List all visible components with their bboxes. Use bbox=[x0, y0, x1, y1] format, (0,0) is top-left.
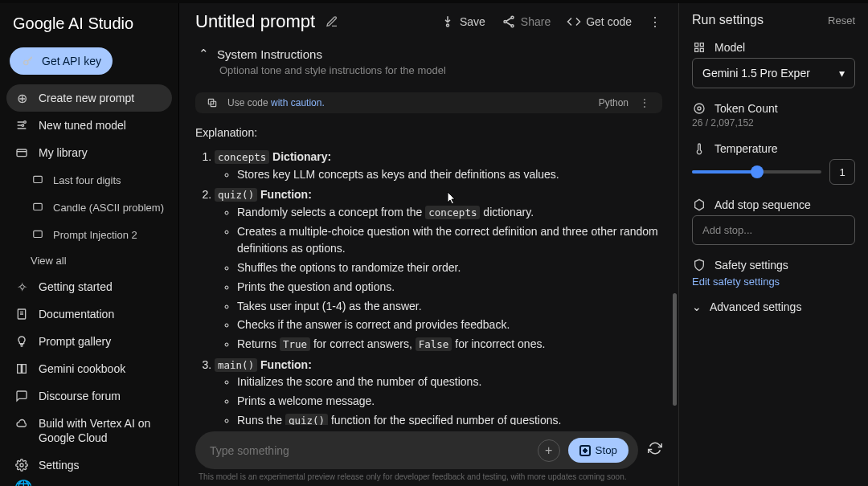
get-code-button[interactable]: Get code bbox=[567, 14, 632, 29]
thermometer-icon bbox=[692, 141, 706, 156]
edit-safety-link[interactable]: Edit safety settings bbox=[692, 276, 855, 288]
shield-icon bbox=[692, 258, 706, 272]
response-content: concepts Dictionary:Stores key LLM conce… bbox=[195, 149, 662, 425]
prompt-title: Untitled prompt bbox=[195, 11, 315, 32]
svg-rect-4 bbox=[34, 176, 43, 182]
token-count-label: Token Count bbox=[714, 102, 778, 115]
get-api-key-button[interactable]: Get API key bbox=[10, 47, 113, 75]
recent-prompt-0[interactable]: Last four digits bbox=[6, 166, 172, 194]
book-icon bbox=[14, 361, 29, 376]
sidebar: Google AI Studio Get API key ⊕ Create ne… bbox=[0, 3, 178, 486]
main-panel: Untitled prompt Save Share bbox=[178, 3, 678, 486]
disclaimer: This model is an experimental preview re… bbox=[179, 472, 678, 486]
recent-prompt-2[interactable]: Prompt Injection 2 bbox=[6, 221, 172, 248]
forum-icon bbox=[14, 389, 29, 403]
chevron-down-icon: ▾ bbox=[839, 67, 845, 80]
link-getting-started[interactable]: ✧ Getting started bbox=[6, 273, 172, 300]
chevron-up-icon: ⌃ bbox=[199, 47, 209, 61]
link-vertex-ai[interactable]: Build with Vertex AI on Google Cloud bbox=[6, 410, 172, 451]
bulb-icon bbox=[14, 334, 29, 349]
svg-rect-18 bbox=[700, 48, 703, 51]
settings-link[interactable]: Settings bbox=[6, 451, 172, 479]
svg-point-8 bbox=[20, 464, 23, 467]
gear-icon bbox=[14, 458, 29, 472]
doc-icon bbox=[14, 307, 29, 321]
key-icon bbox=[21, 54, 35, 68]
stop-icon bbox=[579, 445, 591, 456]
svg-rect-16 bbox=[700, 43, 703, 47]
chat-icon bbox=[31, 200, 45, 214]
new-tuned-model[interactable]: New tuned model bbox=[6, 112, 172, 139]
link-cookbook[interactable]: Gemini cookbook bbox=[6, 355, 172, 382]
reset-button[interactable]: Reset bbox=[828, 14, 855, 27]
save-icon bbox=[440, 14, 455, 29]
temperature-value[interactable]: 1 bbox=[829, 159, 855, 185]
run-settings-title: Run settings bbox=[692, 13, 764, 27]
code-icon bbox=[567, 14, 581, 29]
stop-sequence-label: Add stop sequence bbox=[714, 198, 811, 211]
advanced-settings-toggle[interactable]: ⌄ Advanced settings bbox=[692, 300, 855, 313]
model-label: Model bbox=[714, 41, 745, 54]
conversation-area: Use code with caution. Python ⋮ Explanat… bbox=[179, 84, 678, 425]
svg-point-20 bbox=[698, 107, 701, 110]
svg-point-1 bbox=[24, 121, 27, 124]
token-count-value: 26 / 2,097,152 bbox=[692, 117, 855, 129]
system-instructions-header[interactable]: ⌃ System Instructions bbox=[179, 40, 678, 64]
recent-prompt-1[interactable]: Candle (ASCII problem) bbox=[6, 194, 172, 221]
tune-icon bbox=[14, 118, 29, 133]
svg-point-19 bbox=[694, 104, 704, 113]
svg-point-11 bbox=[504, 21, 506, 23]
my-library[interactable]: My library bbox=[6, 139, 172, 166]
cloud-icon bbox=[14, 416, 29, 431]
share-icon bbox=[502, 14, 516, 29]
svg-point-2 bbox=[22, 125, 24, 127]
save-button[interactable]: Save bbox=[440, 14, 485, 29]
compass-icon: ✧ bbox=[14, 280, 29, 294]
svg-rect-17 bbox=[695, 48, 698, 51]
model-select[interactable]: Gemini 1.5 Pro Exper ▾ bbox=[692, 58, 855, 88]
caution-link[interactable]: with caution. bbox=[271, 97, 325, 108]
safety-settings-label: Safety settings bbox=[714, 259, 788, 272]
hexagon-icon bbox=[692, 198, 706, 212]
link-documentation[interactable]: Documentation bbox=[6, 300, 172, 328]
edit-title-icon[interactable] bbox=[325, 14, 339, 29]
chevron-down-icon: ⌄ bbox=[692, 300, 702, 313]
refresh-button[interactable] bbox=[648, 441, 662, 459]
plus-circle-icon: ⊕ bbox=[14, 91, 29, 105]
svg-rect-15 bbox=[695, 43, 698, 47]
create-new-prompt[interactable]: ⊕ Create new prompt bbox=[6, 84, 172, 112]
temperature-slider[interactable] bbox=[692, 170, 821, 174]
system-instructions-sub: Optional tone and style instructions for… bbox=[179, 64, 678, 84]
svg-point-0 bbox=[24, 60, 28, 64]
chat-icon bbox=[31, 227, 45, 242]
view-all[interactable]: View all bbox=[6, 248, 172, 273]
scrollbar[interactable] bbox=[673, 293, 677, 406]
model-icon bbox=[692, 40, 706, 55]
link-prompt-gallery[interactable]: Prompt gallery bbox=[6, 328, 172, 355]
svg-point-12 bbox=[511, 25, 514, 27]
chat-icon bbox=[31, 173, 45, 187]
more-icon[interactable]: ⋮ bbox=[648, 14, 662, 29]
svg-rect-6 bbox=[34, 231, 43, 237]
prompt-input[interactable] bbox=[210, 444, 530, 457]
share-button[interactable]: Share bbox=[502, 14, 551, 29]
code-language-label: Python bbox=[599, 97, 628, 108]
library-icon bbox=[14, 145, 29, 160]
svg-rect-3 bbox=[17, 149, 27, 157]
svg-point-9 bbox=[446, 24, 448, 27]
svg-marker-21 bbox=[695, 199, 704, 210]
prompt-input-bar: + Stop bbox=[195, 431, 638, 469]
link-discourse[interactable]: Discourse forum bbox=[6, 382, 172, 410]
add-attachment-button[interactable]: + bbox=[538, 439, 560, 462]
stop-button[interactable]: Stop bbox=[568, 438, 628, 463]
token-icon bbox=[692, 101, 706, 116]
api-key-label: Get API key bbox=[42, 55, 101, 67]
code-more-icon[interactable]: ⋮ bbox=[637, 97, 653, 108]
svg-rect-5 bbox=[34, 203, 43, 210]
temperature-label: Temperature bbox=[714, 142, 778, 155]
explanation-heading: Explanation: bbox=[195, 126, 662, 139]
stop-sequence-input[interactable]: Add stop... bbox=[692, 215, 855, 245]
brand-logo: Google AI Studio bbox=[6, 3, 172, 47]
run-settings-panel: Run settings Reset Model Gemini 1.5 Pro … bbox=[678, 3, 868, 486]
copy-icon[interactable] bbox=[205, 96, 219, 110]
